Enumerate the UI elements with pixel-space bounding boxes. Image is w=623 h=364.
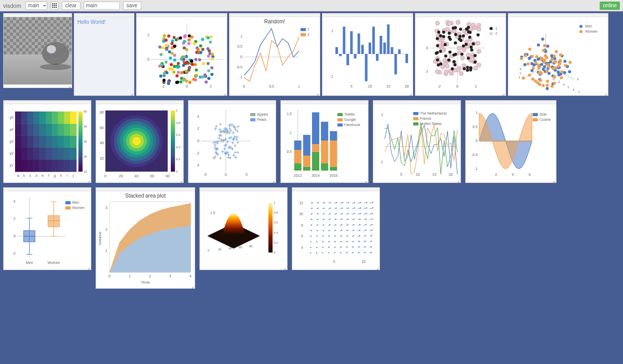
pane-lines-random[interactable]: Random!00.51-1-0.500.5112 ◢	[229, 13, 320, 96]
env-select[interactable]: main	[25, 2, 47, 10]
pane-header[interactable]	[322, 13, 413, 17]
resize-handle-icon[interactable]: ◢	[502, 92, 505, 95]
svg-point-314	[448, 36, 451, 39]
pane-scatter-markers[interactable]: -505-4-2024ApplesPears ◢	[188, 100, 276, 183]
clear-button[interactable]: clear	[62, 2, 80, 10]
pane-header[interactable]	[4, 188, 91, 191]
pane-heatmap[interactable]: abcdefghijy1y2y3y4y51020304050 ◢	[3, 100, 91, 183]
grid-layout-button[interactable]	[50, 2, 59, 10]
svg-point-137	[180, 71, 183, 74]
online-status-button[interactable]: online	[600, 2, 620, 10]
svg-rect-489	[52, 148, 58, 160]
svg-point-333	[473, 61, 477, 64]
svg-point-53	[172, 71, 175, 74]
svg-point-336	[477, 33, 480, 36]
pane-bar-posneg[interactable]: 5101520-11 ◢	[322, 13, 413, 96]
resize-handle-icon[interactable]: ◢	[409, 92, 412, 95]
svg-rect-186	[358, 34, 360, 54]
pane-header[interactable]	[281, 101, 368, 104]
svg-rect-593	[303, 135, 310, 156]
resize-handle-icon[interactable]: ◢	[223, 92, 226, 95]
resize-handle-icon[interactable]: ◢	[376, 267, 378, 270]
resize-handle-icon[interactable]: ◢	[283, 267, 286, 270]
resize-handle-icon[interactable]: ◢	[87, 267, 90, 270]
svg-point-31	[165, 61, 168, 64]
pane-boxplot[interactable]: -2024MenWomenMenWomen ◢	[3, 187, 91, 270]
pane-surface3d[interactable]: 1.502040608000.20.40.60.81 ◢	[199, 187, 288, 270]
svg-text:0: 0	[147, 58, 150, 61]
pane-header[interactable]	[4, 13, 72, 17]
pane-bar-stacked[interactable]: 0.511.5201220142016TwitterGoogleFacebook…	[280, 100, 369, 183]
pane-quiver[interactable]: 5104681012 ◢	[292, 187, 380, 270]
pane-header[interactable]	[137, 13, 227, 17]
svg-text:8: 8	[301, 223, 303, 227]
svg-point-325	[458, 35, 462, 38]
pane-header[interactable]	[229, 13, 320, 17]
svg-point-436	[537, 63, 540, 66]
svg-point-335	[451, 67, 454, 71]
resize-handle-icon[interactable]: ◢	[180, 179, 182, 183]
resize-handle-icon[interactable]: ◢	[87, 179, 90, 183]
svg-rect-513	[15, 111, 21, 124]
pane-header[interactable]	[188, 101, 276, 104]
svg-point-295	[453, 63, 456, 66]
svg-point-234	[467, 22, 471, 26]
svg-point-215	[477, 49, 481, 53]
pane-header[interactable]	[508, 13, 608, 17]
resize-handle-icon[interactable]: ◢	[272, 179, 275, 183]
svg-point-84	[167, 82, 170, 85]
svg-point-427	[524, 54, 527, 57]
pane-header[interactable]	[96, 188, 195, 191]
pane-scatter-multi[interactable]: -20202 ◢	[136, 13, 227, 96]
svg-point-116	[183, 34, 186, 37]
svg-point-97	[182, 64, 185, 67]
svg-point-228	[462, 64, 466, 68]
svg-text:2: 2	[105, 228, 107, 231]
save-button[interactable]: save	[123, 2, 141, 10]
svg-point-304	[462, 34, 465, 37]
workspace[interactable]: ◢ Hello World! ◢ -20202 ◢ Random!00.51-1…	[0, 11, 623, 364]
pane-image[interactable]: ◢	[3, 13, 72, 88]
svg-text:-2: -2	[12, 251, 16, 255]
pane-scatter3d[interactable]: MenWomen x-3-2-1123-3-11 ◢	[508, 13, 608, 96]
svg-point-45	[165, 71, 168, 74]
resize-handle-icon[interactable]: ◢	[130, 92, 133, 95]
pane-lines-countries[interactable]: 5101520-12The NetherlandsFranceUnited St…	[373, 100, 461, 183]
pane-header[interactable]	[4, 101, 91, 104]
pane-contour[interactable]: 0204060802040608000.20.40.60.81 ◢	[96, 100, 184, 183]
svg-text:40: 40	[228, 247, 232, 250]
svg-text:40: 40	[134, 174, 139, 178]
pane-header[interactable]	[466, 101, 556, 104]
svg-rect-486	[33, 148, 39, 160]
pane-stacked-area[interactable]: Stacked area plot01234123TimeVolume ◢	[96, 187, 195, 289]
svg-point-274	[477, 63, 481, 67]
svg-rect-197	[398, 49, 401, 54]
resize-handle-icon[interactable]: ◢	[364, 179, 367, 183]
svg-point-324	[449, 50, 452, 53]
svg-rect-522	[70, 111, 76, 124]
svg-text:0.5: 0.5	[287, 150, 292, 153]
pane-header[interactable]	[415, 13, 506, 17]
resize-handle-icon[interactable]: ◢	[552, 179, 555, 183]
resize-handle-icon[interactable]: ◢	[68, 85, 71, 88]
svg-text:Time: Time	[141, 280, 150, 285]
pane-header[interactable]	[96, 101, 183, 104]
pane-lines-sincos[interactable]: 246-1-0.500.51SineCosine ◢	[465, 100, 557, 183]
pane-header[interactable]	[74, 13, 134, 17]
resize-handle-icon[interactable]: ◢	[457, 179, 459, 183]
pane-scatter-two[interactable]: -202-2012 ◢	[415, 13, 506, 96]
svg-point-118	[195, 74, 198, 77]
svg-point-363	[546, 45, 549, 48]
env-name-input[interactable]	[84, 2, 120, 10]
resize-handle-icon[interactable]: ◢	[191, 285, 194, 288]
svg-text:y2: y2	[10, 151, 14, 156]
pane-header[interactable]	[292, 188, 380, 191]
svg-text:12: 12	[299, 201, 303, 205]
pane-text[interactable]: Hello World! ◢	[74, 13, 134, 96]
resize-handle-icon[interactable]: ◢	[316, 92, 319, 95]
pane-header[interactable]	[373, 101, 461, 104]
resize-handle-icon[interactable]: ◢	[604, 92, 607, 95]
svg-text:10: 10	[416, 173, 420, 176]
pane-header[interactable]	[200, 188, 287, 191]
svg-rect-183	[346, 54, 349, 65]
